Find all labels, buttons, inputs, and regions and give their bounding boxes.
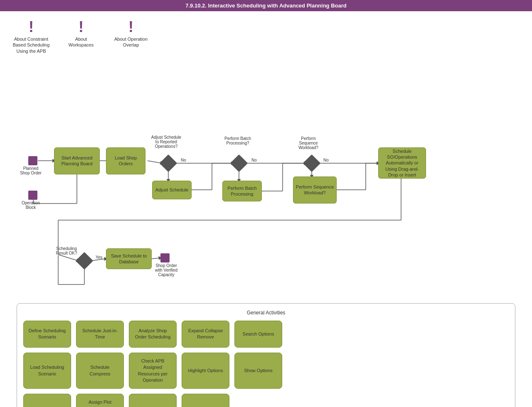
operation-block-symbol: [28, 191, 37, 200]
scheduling-result-label: Scheduling Result OK?: [50, 246, 83, 255]
search-options-btn[interactable]: Search Options: [234, 321, 282, 348]
flowchart: Planned Shop Order Operation Block Start…: [17, 58, 515, 299]
about-workspaces-label: About Workspaces: [62, 36, 100, 48]
expand-collapse-remove-btn[interactable]: Expand Collapse Remove: [182, 321, 229, 348]
diamond-1: [160, 154, 177, 172]
about-constraint-label: About Constraint Based Scheduling Using …: [12, 36, 50, 54]
schedule-so-box[interactable]: Schedule SO/Operations Automatically or …: [378, 147, 426, 179]
assign-plot-settings-btn[interactable]: Assign Plot Settings and Sorting Options…: [76, 394, 124, 407]
top-icons-row: ! About Constraint Based Scheduling Usin…: [8, 15, 524, 58]
delete-scheduling-scenario-btn[interactable]: Delete Scheduling Scenario: [23, 394, 71, 407]
use-sequencing-box[interactable]: Perform Sequence Workload?: [293, 177, 337, 204]
load-scheduling-scenario-btn[interactable]: Load Scheduling Scenario: [23, 353, 71, 389]
exclamation-icon-1: !: [29, 20, 34, 34]
about-operation-icon-item[interactable]: ! About Operation Overlap: [112, 20, 150, 48]
analyze-shop-order-scheduling-btn[interactable]: Analyze Shop Order Scheduling: [129, 321, 177, 348]
define-scheduling-scenario-btn[interactable]: Define Scheduling Scenario: [23, 321, 71, 348]
sequence-workload-question-label: Perform Sequence Workload?: [292, 136, 325, 150]
schedule-just-in-time-btn[interactable]: Schedule Just-in-Time: [76, 321, 124, 348]
no-label-2: No: [251, 158, 257, 162]
main-content: ! About Constraint Based Scheduling Usin…: [0, 11, 532, 407]
planned-shop-order-symbol: [28, 156, 37, 165]
about-operation-label: About Operation Overlap: [112, 36, 150, 48]
check-apb-assigned-resources-btn[interactable]: Check APB Assigned Resources per Operati…: [129, 353, 177, 389]
diamond-3: [303, 154, 320, 172]
about-workspaces-icon-item[interactable]: ! About Workspaces: [62, 20, 100, 48]
highlight-options-btn[interactable]: Highlight Options: [182, 353, 229, 389]
svg-line-16: [58, 255, 78, 261]
adjust-schedule-box[interactable]: Adjust Schedule: [152, 181, 192, 199]
yes-label: Yes: [96, 255, 102, 260]
no-label-3: No: [323, 158, 329, 162]
show-options-btn[interactable]: Show Options: [234, 353, 282, 389]
activities-section: General Activities Define Scheduling Sce…: [17, 303, 515, 407]
title-bar: 7.9.10.2. Interactive Scheduling with Ad…: [0, 0, 532, 11]
exclamation-icon-3: !: [128, 20, 133, 34]
no-label-1: No: [181, 158, 186, 162]
start-apb-box[interactable]: Start Advanced Planning Board: [54, 147, 100, 174]
empty-slot: [234, 394, 282, 407]
page-title: 7.9.10.2. Interactive Scheduling with Ad…: [185, 2, 346, 9]
operation-block-label: Operation Block: [18, 201, 43, 210]
shop-order-verified-label: Shop Order with Verified Capacity: [154, 263, 179, 277]
activities-title: General Activities: [23, 310, 509, 316]
batch-processing-question-label: Perform Batch Processing?: [221, 136, 254, 145]
flow-arrows: [17, 58, 515, 299]
planned-shop-order-label: Planned Shop Order: [18, 166, 43, 175]
adjust-schedule-question-label: Adjust Schedule to Reported Operations?: [150, 135, 183, 149]
exclamation-icon-2: !: [79, 20, 84, 34]
about-constraint-icon-item[interactable]: ! About Constraint Based Scheduling Usin…: [12, 20, 50, 54]
svg-line-18: [152, 258, 160, 259]
perform-batch-processing-box[interactable]: Perform Batch Processing: [222, 181, 262, 201]
shop-order-verified-symbol: [160, 253, 170, 262]
update-setup-matrix-btn[interactable]: Update Setup Matrix: [129, 394, 177, 407]
sort-options-btn[interactable]: Sort Options: [182, 394, 229, 407]
load-shop-orders-box[interactable]: Load Shop Orders: [106, 147, 145, 174]
diamond-2: [230, 154, 248, 172]
save-schedule-box[interactable]: Save Schedule to Database: [106, 248, 152, 269]
activities-grid: Define Scheduling Scenario Schedule Just…: [23, 321, 509, 407]
schedule-compress-btn[interactable]: Schedule Compress: [76, 353, 124, 389]
